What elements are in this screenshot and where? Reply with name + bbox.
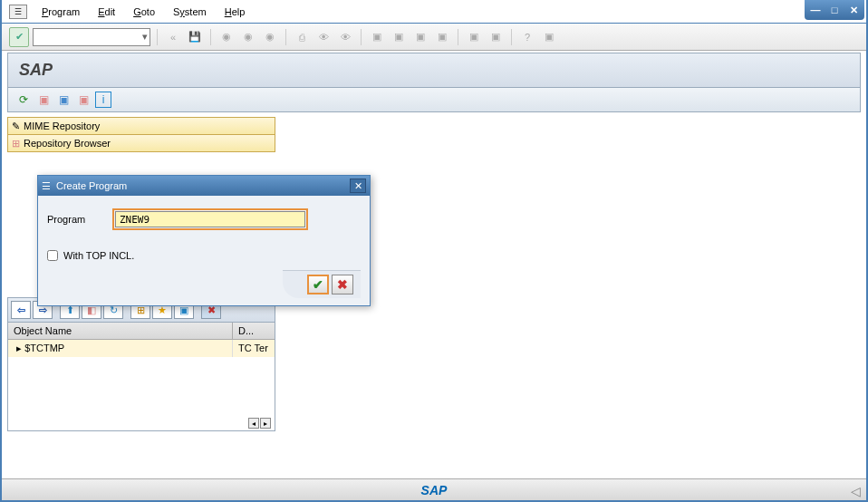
print-icon[interactable]: ⎙ <box>293 28 311 46</box>
close-button[interactable]: ✕ <box>844 2 863 18</box>
menu-icon[interactable]: ☰ <box>9 5 27 19</box>
help-icon[interactable]: ? <box>518 28 536 46</box>
find-icon[interactable]: 👁 <box>314 28 333 46</box>
col-description[interactable]: D... <box>233 323 275 339</box>
program-label: Program <box>47 214 96 225</box>
menu-system[interactable]: System <box>164 5 216 19</box>
titlebar: ☰ Program Edit Goto System Help — □ ✕ <box>2 0 866 24</box>
page-title: SAP <box>19 61 849 80</box>
menu-help[interactable]: Help <box>216 5 255 19</box>
toolbar-back-icon[interactable]: « <box>164 28 182 46</box>
menu-edit[interactable]: Edit <box>89 5 124 19</box>
activate-icon[interactable]: ▣ <box>55 92 72 108</box>
menubar: ☰ Program Edit Goto System Help <box>2 3 254 21</box>
toolbar-icon[interactable]: ◉ <box>217 28 236 46</box>
panel-label: MIME Repository <box>24 121 100 131</box>
sap-logo: SAP <box>421 483 448 497</box>
toolbar-icon[interactable]: ▣ <box>540 28 558 46</box>
top-incl-checkbox[interactable] <box>47 250 58 261</box>
toolbar-icon[interactable]: ◉ <box>239 28 257 46</box>
app-toolbar: ⟳ ▣ ▣ ▣ i <box>7 88 861 112</box>
toolbar-icon[interactable]: ▣ <box>487 28 505 46</box>
dialog-title-text: Create Program <box>56 180 127 191</box>
dialog-ok-button[interactable]: ✔ <box>307 275 329 294</box>
top-incl-label: With TOP INCL. <box>63 250 134 261</box>
main-toolbar: ✔ « 💾 ◉ ◉ ◉ ⎙ 👁 👁 ▣ ▣ ▣ ▣ ▣ ▣ ? ▣ <box>2 24 866 51</box>
toolbar-icon[interactable]: ▣ <box>465 28 483 46</box>
tree-row[interactable]: ▸ $TCTMP TC Ter <box>8 340 275 357</box>
nav-back-button[interactable]: ⇦ <box>11 301 31 319</box>
maximize-button[interactable]: □ <box>825 2 844 18</box>
tree-scrollbar[interactable]: ◂ ▸ <box>248 418 271 429</box>
dialog-close-button[interactable]: ✕ <box>350 179 366 193</box>
dialog-icon: ☰ <box>42 180 51 192</box>
program-input-highlight <box>112 208 308 230</box>
dialog-cancel-button[interactable]: ✖ <box>332 275 353 294</box>
info-icon[interactable]: i <box>95 92 111 108</box>
find-next-icon[interactable]: 👁 <box>336 28 354 46</box>
tree-header: Object Name D... <box>8 323 275 340</box>
check-icon[interactable]: ⟳ <box>15 92 32 108</box>
tree-item-name: ▸ $TCTMP <box>8 340 233 357</box>
toolbar-icon[interactable]: ▣ <box>390 28 408 46</box>
window-controls: — □ ✕ <box>805 0 864 20</box>
create-program-dialog: ☰ Create Program ✕ Program With TOP INCL… <box>37 175 371 306</box>
resize-grip-icon[interactable]: ◁ <box>851 484 861 498</box>
tree-icon: ⊞ <box>12 138 20 150</box>
title-area: SAP <box>7 53 861 88</box>
mime-repository-panel[interactable]: ✎ MIME Repository <box>7 117 275 135</box>
toolbar-icon[interactable]: ▣ <box>75 92 92 108</box>
tree-item-desc: TC Ter <box>233 340 275 357</box>
scroll-left-icon[interactable]: ◂ <box>248 418 259 429</box>
top-incl-row: With TOP INCL. <box>47 250 361 261</box>
dialog-footer: ✔ ✖ <box>283 270 361 298</box>
program-input[interactable] <box>115 211 305 227</box>
dialog-body: Program With TOP INCL. ✔ ✖ <box>38 196 370 305</box>
enter-button[interactable]: ✔ <box>9 27 29 47</box>
statusbar: SAP ◁ <box>2 478 866 500</box>
toolbar-icon[interactable]: ◉ <box>261 28 279 46</box>
menu-program[interactable]: Program <box>33 5 89 19</box>
dialog-titlebar: ☰ Create Program ✕ <box>38 176 370 196</box>
program-field-row: Program <box>47 208 361 230</box>
panel-label: Repository Browser <box>24 138 111 149</box>
edit-icon: ✎ <box>12 121 20 132</box>
col-object-name[interactable]: Object Name <box>8 323 233 339</box>
object-tree: Object Name D... ▸ $TCTMP TC Ter ◂ ▸ <box>7 323 275 431</box>
save-icon[interactable]: 💾 <box>186 28 204 46</box>
copy-icon[interactable]: ▣ <box>35 92 52 108</box>
minimize-button[interactable]: — <box>806 2 825 18</box>
scroll-right-icon[interactable]: ▸ <box>260 418 271 429</box>
menu-goto[interactable]: Goto <box>124 5 164 19</box>
repository-browser-panel[interactable]: ⊞ Repository Browser <box>7 134 275 152</box>
toolbar-icon[interactable]: ▣ <box>433 28 451 46</box>
toolbar-icon[interactable]: ▣ <box>368 28 386 46</box>
command-field[interactable] <box>33 28 150 46</box>
toolbar-icon[interactable]: ▣ <box>411 28 429 46</box>
